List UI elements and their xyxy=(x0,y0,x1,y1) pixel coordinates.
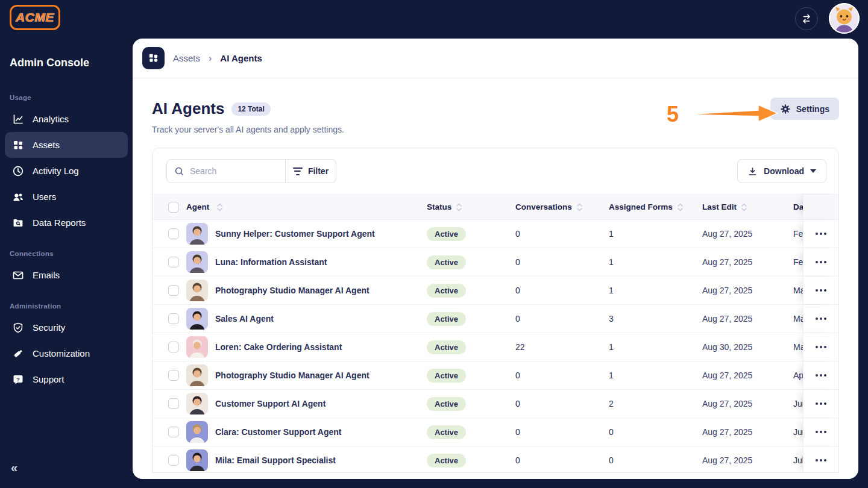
total-count-badge: 12 Total xyxy=(231,102,270,116)
row-actions-button[interactable] xyxy=(813,427,829,437)
select-all-checkbox[interactable] xyxy=(168,202,179,213)
sidebar-item-users[interactable]: Users xyxy=(5,184,128,210)
sort-icon[interactable] xyxy=(741,202,747,212)
column-header-assigned-forms[interactable]: Assigned Forms xyxy=(609,202,673,211)
date-created: Apr xyxy=(793,371,803,380)
date-created: Feb xyxy=(793,229,803,239)
user-avatar[interactable] xyxy=(829,3,860,34)
chevron-down-icon xyxy=(810,169,816,173)
cat-avatar-image xyxy=(829,3,860,34)
swap-workspace-button[interactable] xyxy=(795,7,818,30)
breadcrumb-parent[interactable]: Assets xyxy=(173,53,200,63)
sidebar-item-analytics[interactable]: Analytics xyxy=(5,106,128,132)
status-badge: Active xyxy=(427,227,466,241)
row-actions-button[interactable] xyxy=(813,371,829,380)
sidebar-item-label: Analytics xyxy=(33,114,69,124)
breadcrumb: Assets › AI Agents xyxy=(133,39,858,78)
assigned-forms-count: 1 xyxy=(609,371,614,380)
agent-name[interactable]: Loren: Cake Ordering Assistant xyxy=(215,342,342,352)
sort-icon[interactable] xyxy=(456,202,462,212)
gear-icon xyxy=(780,104,791,114)
console-title: Admin Console xyxy=(10,57,89,69)
download-button[interactable]: Download xyxy=(737,159,826,183)
agent-name[interactable]: Luna: Information Assistant xyxy=(215,257,327,267)
row-checkbox[interactable] xyxy=(168,427,179,437)
sidebar-item-security[interactable]: Security xyxy=(5,314,128,340)
sidebar-item-activity-log[interactable]: Activity Log xyxy=(5,158,128,184)
agent-avatar xyxy=(186,308,208,330)
sidebar-item-assets[interactable]: Assets xyxy=(5,132,128,158)
sort-icon[interactable] xyxy=(576,202,583,212)
conversations-count: 0 xyxy=(515,314,520,324)
row-actions-button[interactable] xyxy=(813,229,829,239)
sidebar-item-label: Emails xyxy=(33,270,60,280)
filter-icon xyxy=(293,167,303,175)
agent-name[interactable]: Customer Support AI Agent xyxy=(215,399,326,408)
conversations-count: 0 xyxy=(515,371,520,380)
sidebar-item-label: Data Reports xyxy=(33,217,86,228)
sidebar-collapse-button[interactable]: « xyxy=(11,461,17,475)
agent-name[interactable]: Sunny Helper: Customer Support Agent xyxy=(215,229,375,239)
sidebar-item-label: Support xyxy=(33,374,64,384)
row-actions-button[interactable] xyxy=(813,314,829,324)
sidebar-item-data-reports[interactable]: Data Reports xyxy=(5,210,128,236)
row-checkbox[interactable] xyxy=(168,285,179,296)
last-edit-date: Aug 27, 2025 xyxy=(702,286,752,295)
table-toolbar: Filter Download xyxy=(153,148,838,194)
row-checkbox[interactable] xyxy=(168,370,179,381)
row-actions-button[interactable] xyxy=(813,399,829,408)
row-actions-button[interactable] xyxy=(813,286,829,295)
date-created: Feb xyxy=(793,257,803,267)
table-row: Mila: Email Support Specialist Active 0 … xyxy=(153,446,838,473)
sidebar-item-support[interactable]: ? Support xyxy=(5,366,128,392)
last-edit-date: Aug 27, 2025 xyxy=(702,229,752,239)
sidebar-item-emails[interactable]: Emails xyxy=(5,262,128,288)
column-header-agent[interactable]: Agent xyxy=(186,202,209,211)
folder-search-icon xyxy=(12,217,24,229)
conversations-count: 0 xyxy=(515,229,520,239)
assigned-forms-count: 2 xyxy=(609,399,614,408)
row-actions-button[interactable] xyxy=(813,455,829,465)
column-header-last-edit[interactable]: Last Edit xyxy=(702,202,737,211)
row-actions-button[interactable] xyxy=(813,257,829,267)
sidebar: ACME Admin Console Usage Analytics Asset… xyxy=(0,0,133,488)
sidebar-item-label: Security xyxy=(33,322,65,333)
sort-icon[interactable] xyxy=(677,202,684,212)
agent-name[interactable]: Sales AI Agent xyxy=(215,314,274,324)
agent-avatar xyxy=(186,251,208,273)
row-checkbox[interactable] xyxy=(168,398,179,409)
filter-button[interactable]: Filter xyxy=(286,159,336,183)
assigned-forms-count: 1 xyxy=(609,286,614,295)
column-header-date-created[interactable]: Da xyxy=(793,202,803,211)
acme-logo-text: ACME xyxy=(16,10,54,25)
agent-name[interactable]: Photography Studio Manager AI Agent xyxy=(215,371,370,380)
agent-name[interactable]: Clara: Customer Support Agent xyxy=(215,427,342,437)
agent-avatar xyxy=(186,280,208,301)
status-badge: Active xyxy=(427,454,466,468)
assigned-forms-count: 1 xyxy=(609,342,614,352)
assigned-forms-count: 1 xyxy=(609,229,614,239)
row-checkbox[interactable] xyxy=(168,257,179,267)
column-header-status[interactable]: Status xyxy=(427,202,451,211)
row-checkbox[interactable] xyxy=(168,313,179,324)
sidebar-item-customization[interactable]: Customization xyxy=(5,340,128,366)
agent-avatar xyxy=(186,393,208,414)
table-row: Sales AI Agent Active 0 3 Aug 27, 2025 M… xyxy=(153,305,838,333)
agent-name[interactable]: Mila: Email Support Specialist xyxy=(215,455,336,465)
users-icon xyxy=(12,191,24,203)
sort-icon[interactable] xyxy=(216,202,223,212)
conversations-count: 22 xyxy=(515,342,525,352)
settings-button[interactable]: Settings xyxy=(770,98,839,120)
row-actions-button[interactable] xyxy=(813,342,829,352)
row-checkbox[interactable] xyxy=(168,455,179,466)
row-checkbox[interactable] xyxy=(168,342,179,352)
agent-name[interactable]: Photography Studio Manager AI Agent xyxy=(215,286,370,295)
conversations-count: 0 xyxy=(515,257,520,267)
sidebar-item-label: Assets xyxy=(33,140,60,150)
row-checkbox[interactable] xyxy=(168,228,179,239)
search-input[interactable] xyxy=(190,166,274,176)
assigned-forms-count: 0 xyxy=(609,427,614,437)
status-badge: Active xyxy=(427,284,466,298)
status-badge: Active xyxy=(427,312,466,326)
column-header-conversations[interactable]: Conversations xyxy=(515,202,572,211)
